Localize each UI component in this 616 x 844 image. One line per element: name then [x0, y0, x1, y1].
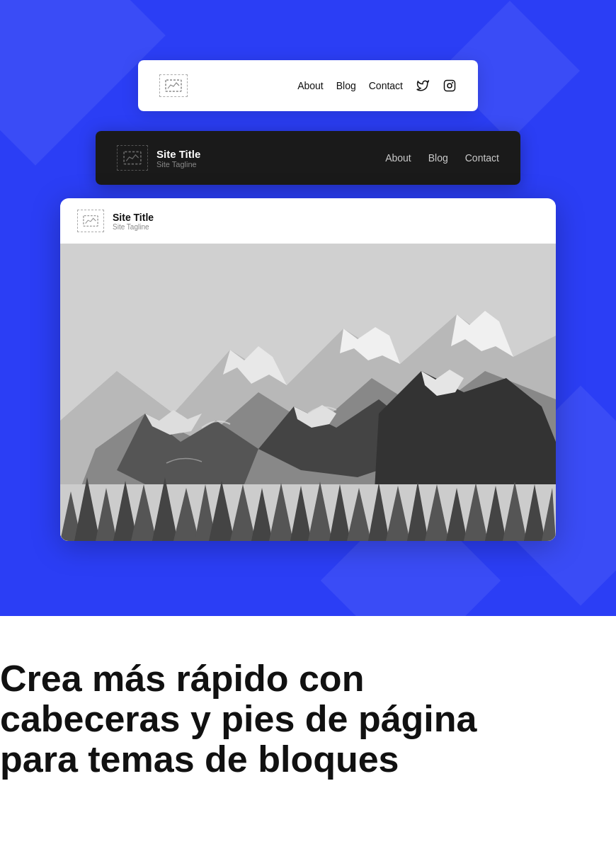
twitter-icon[interactable]: [416, 79, 430, 93]
nav-contact-link[interactable]: Contact: [369, 80, 403, 91]
hero-section: About Blog Contact: [0, 0, 616, 616]
svg-point-3: [452, 83, 453, 84]
site-preview-header: Site Title Site Tagline: [60, 198, 556, 244]
site-preview-tagline: Site Tagline: [113, 223, 154, 231]
nav-about-link[interactable]: About: [297, 80, 324, 91]
card-white-header: About Blog Contact: [138, 60, 478, 111]
site-logo-box: [77, 210, 104, 232]
instagram-icon[interactable]: [443, 79, 457, 93]
main-headline: Crea más rápido con cabeceras y pies de …: [0, 658, 552, 780]
card-dark-nav: About Blog Contact: [385, 152, 499, 164]
card-dark-header: Site Title Site Tagline About Blog Conta…: [96, 131, 520, 185]
cards-stack: About Blog Contact: [96, 60, 520, 556]
card-white-nav: About Blog Contact: [297, 79, 457, 93]
logo-placeholder: [159, 74, 188, 97]
dark-logo-placeholder: [117, 145, 148, 171]
site-brand-text: Site Title Site Tagline: [113, 212, 154, 231]
card-site-preview: Site Title Site Tagline: [60, 198, 556, 541]
brand-text: Site Title Site Tagline: [156, 148, 200, 169]
site-preview-title: Site Title: [113, 212, 154, 223]
svg-point-2: [447, 84, 452, 88]
dark-nav-about[interactable]: About: [385, 152, 411, 164]
site-title: Site Title: [156, 148, 200, 160]
bottom-section: Crea más rápido con cabeceras y pies de …: [0, 616, 616, 809]
mountain-image: [60, 244, 556, 541]
nav-blog-link[interactable]: Blog: [336, 80, 356, 91]
svg-rect-1: [445, 81, 455, 91]
brand-area: Site Title Site Tagline: [117, 145, 200, 171]
dark-nav-contact[interactable]: Contact: [465, 152, 499, 164]
site-tagline: Site Tagline: [156, 160, 200, 169]
dark-nav-blog[interactable]: Blog: [428, 152, 448, 164]
